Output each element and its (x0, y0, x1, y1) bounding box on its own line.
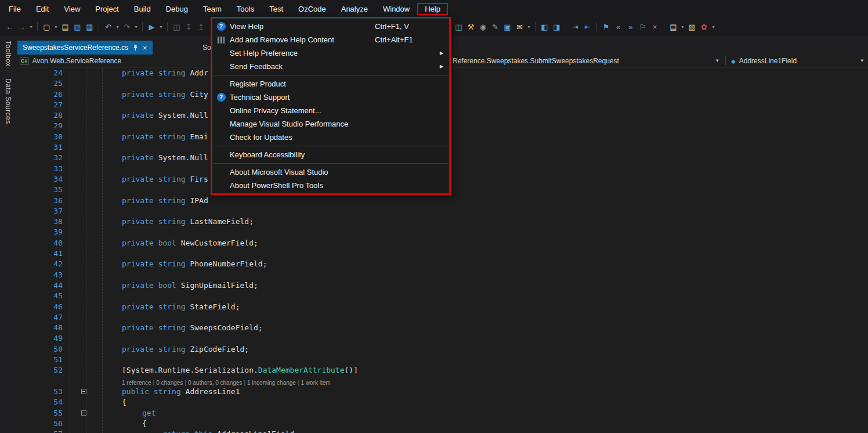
split-pane-icon[interactable]: ◧ (538, 23, 551, 31)
tool-window-tab-toolbox[interactable]: Toolbox (4, 41, 12, 67)
breadcrumb-member-dropdown[interactable]: ◆ AddressLine1Field (731, 55, 797, 67)
codelens-segment[interactable]: 1 incoming change (247, 380, 296, 386)
menubar-item-tools[interactable]: Tools (229, 3, 262, 15)
code-line[interactable]: private string SweepsCodeField; (122, 323, 263, 333)
document-dropdown-icon[interactable]: ▾ (679, 24, 686, 30)
open-file-icon[interactable]: ▤ (59, 23, 71, 31)
code-line[interactable]: private string IPAd (122, 196, 208, 206)
code-line[interactable]: private string Emai (122, 132, 208, 142)
code-line[interactable]: public string AddressLine1 (122, 387, 240, 397)
redo-icon[interactable]: ↷ (121, 23, 133, 31)
menubar-item-help[interactable]: Help (417, 3, 448, 15)
help-menu-item-view-help[interactable]: ?View HelpCtrl+F1, V (212, 20, 449, 33)
help-menu-item-manage-visual-studio-performance[interactable]: Manage Visual Studio Performance (212, 117, 449, 131)
help-menu-item-about-powershell-pro-tools[interactable]: About PowerShell Pro Tools (212, 179, 449, 192)
codelens-segment[interactable]: 1 reference (122, 380, 151, 386)
close-icon[interactable]: × (143, 44, 147, 52)
next-bookmark-icon[interactable]: » (624, 23, 636, 31)
chevron-down-icon[interactable]: ▾ (860, 57, 863, 63)
new-file-dropdown-icon[interactable]: ▾ (53, 24, 59, 30)
fold-collapse-icon[interactable] (81, 389, 86, 394)
save-all-icon[interactable]: ▦ (84, 23, 96, 31)
undo-icon[interactable]: ↶ (102, 23, 114, 31)
code-line[interactable]: private string Addr (122, 68, 208, 78)
previous-bookmark-icon[interactable]: « (612, 23, 624, 31)
tool-window-tab-data-sources[interactable]: Data Sources (4, 78, 12, 124)
menubar-item-project[interactable]: Project (88, 3, 126, 15)
toolbar-overflow-icon[interactable]: ▾ (710, 24, 717, 30)
clear-bookmarks-icon[interactable]: × (649, 23, 661, 31)
document-icon[interactable]: ▤ (667, 23, 679, 31)
code-line[interactable]: private string LastNameField; (122, 217, 254, 227)
navigation-dropdown-icon[interactable]: ▾ (28, 24, 34, 30)
toolbar-icon[interactable]: ▧ (686, 23, 698, 31)
code-line[interactable]: { (142, 418, 147, 429)
bookmark-folder-icon[interactable]: ⚐ (636, 23, 649, 31)
code-line[interactable]: private string PhoneNumberField; (122, 259, 267, 269)
help-menu-item-register-product[interactable]: Register Product (212, 77, 449, 91)
code-line[interactable]: private string Firs (122, 174, 208, 185)
codelens-segment[interactable]: 0 changes (156, 380, 183, 386)
snapshot-icon[interactable]: ◉ (477, 23, 489, 31)
save-icon[interactable]: ▥ (71, 23, 84, 31)
show-next-statement-icon[interactable]: ◫ (453, 23, 465, 31)
pin-icon[interactable] (132, 44, 139, 51)
menubar-item-file[interactable]: File (1, 3, 28, 15)
code-line[interactable]: private System.Null (122, 153, 208, 163)
help-menu-item-check-for-updates[interactable]: Check for Updates (212, 131, 449, 144)
menubar-item-debug[interactable]: Debug (158, 3, 196, 15)
menubar-item-ozcode[interactable]: OzCode (291, 3, 334, 15)
code-line[interactable]: get (142, 408, 155, 418)
compare-pane-icon[interactable]: ◨ (551, 23, 563, 31)
help-menu-item-online-privacy-statement[interactable]: Online Privacy Statement... (212, 104, 449, 117)
menubar-item-team[interactable]: Team (196, 3, 229, 15)
toolbar-icon[interactable]: ◫ (171, 23, 183, 31)
redo-dropdown-icon[interactable]: ▾ (133, 24, 139, 30)
code-line[interactable]: private string City (122, 89, 208, 100)
edit-icon[interactable]: ✎ (489, 23, 501, 31)
help-menu-item-set-help-preference[interactable]: Set Help Preference▶ (212, 46, 449, 60)
menubar-item-build[interactable]: Build (126, 3, 158, 15)
breadcrumb-type-dropdown[interactable]: Reference.Sweepstakes.SubmitSweepstakesR… (453, 57, 619, 65)
code-line[interactable]: [System.Runtime.Serialization.DataMember… (122, 365, 358, 376)
menubar-item-edit[interactable]: Edit (28, 3, 56, 15)
help-menu-item-add-and-remove-help-content[interactable]: Add and Remove Help ContentCtrl+Alt+F1 (212, 33, 449, 46)
help-menu-item-send-feedback[interactable]: Send Feedback▶ (212, 60, 449, 73)
feedback-dropdown-icon[interactable]: ▾ (526, 24, 532, 30)
start-dropdown-icon[interactable]: ▾ (158, 24, 164, 30)
toggle-bookmark-icon[interactable]: ⚑ (600, 23, 612, 31)
help-menu-item-technical-support[interactable]: ?Technical Support (212, 91, 449, 104)
new-file-icon[interactable]: ▢ (41, 23, 53, 31)
help-menu-item-about-microsoft-visual-studio[interactable]: About Microsoft Visual Studio (212, 165, 449, 179)
code-line[interactable]: private System.Null (122, 110, 208, 121)
codelens-segment[interactable]: 0 authors, 0 changes (188, 380, 242, 386)
codelens-segment[interactable]: 1 work item (301, 380, 331, 386)
navigate-forward-icon[interactable]: → (16, 23, 28, 31)
code-line[interactable]: return this.AddressLine1Field; (162, 429, 299, 433)
navigate-back-icon[interactable]: ← (3, 23, 16, 31)
indent-icon[interactable]: ⇥ (569, 23, 581, 31)
tab-active-document[interactable]: SweepstakesServiceReference.cs × (17, 41, 153, 55)
attach-tool-icon[interactable]: ⚒ (465, 23, 477, 31)
chevron-down-icon[interactable]: ▾ (716, 57, 719, 63)
powershell-tools-icon[interactable]: ✿ (698, 23, 710, 31)
menubar-item-analyze[interactable]: Analyze (334, 3, 375, 15)
toolbar-icon[interactable]: ↥ (195, 23, 207, 31)
code-line[interactable]: private string StateField; (122, 302, 240, 312)
menubar-item-view[interactable]: View (56, 3, 88, 15)
send-feedback-icon[interactable]: ✉ (513, 23, 526, 31)
help-menu-item-keyboard-accessibility[interactable]: Keyboard Accessibility (212, 148, 449, 161)
menubar-item-window[interactable]: Window (375, 3, 417, 15)
start-debug-icon[interactable]: ▶ (146, 23, 158, 31)
new-window-icon[interactable]: ▣ (501, 23, 513, 31)
outdent-icon[interactable]: ⇤ (581, 23, 594, 31)
fold-collapse-icon[interactable] (81, 410, 86, 416)
code-line[interactable]: private string ZipCodeField; (122, 344, 249, 355)
code-line[interactable]: private bool SignUpEmailField; (122, 280, 258, 291)
code-line[interactable]: private bool NewCustomerField; (122, 238, 258, 248)
toolbar-icon[interactable]: ↧ (183, 23, 195, 31)
menubar-item-test[interactable]: Test (262, 3, 291, 15)
code-line[interactable]: { (122, 397, 126, 407)
undo-dropdown-icon[interactable]: ▾ (114, 24, 121, 30)
breadcrumb-project[interactable]: C# Avon.Web.ServiceReference (20, 55, 121, 67)
